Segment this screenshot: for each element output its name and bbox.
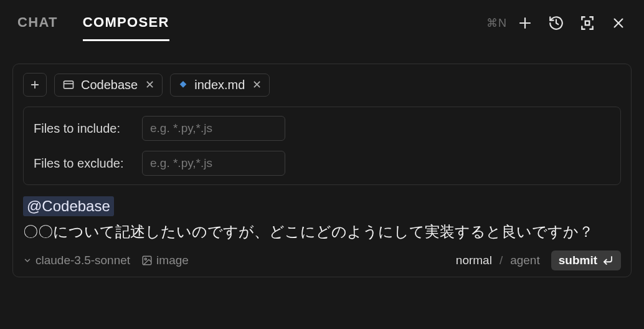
model-selector[interactable]: claude-3.5-sonnet: [23, 254, 130, 267]
include-row: Files to include:: [34, 116, 610, 141]
new-icon[interactable]: [517, 15, 533, 31]
frame-icon[interactable]: [579, 15, 595, 31]
chip-label: index.md: [194, 78, 245, 92]
composer-panel: Codebase ✕ index.md ✕ Files to include: …: [12, 64, 632, 277]
chip-label: Codebase: [81, 78, 138, 92]
chip-remove-icon[interactable]: ✕: [145, 78, 154, 92]
exclude-row: Files to exclude:: [34, 151, 610, 176]
submit-label: submit: [559, 254, 597, 267]
footer-left: claude-3.5-sonnet image: [23, 254, 189, 267]
enter-icon: [602, 255, 613, 266]
composer-footer: claude-3.5-sonnet image normal / agent s…: [23, 250, 621, 270]
mode-separator: /: [500, 254, 503, 267]
svg-rect-2: [585, 21, 590, 26]
chip-remove-icon[interactable]: ✕: [252, 78, 262, 92]
tab-strip: CHAT COMPOSER: [17, 9, 169, 41]
prompt-text[interactable]: 〇〇について記述したいのですが、どこにどのようにして実装すると良いですか？: [23, 220, 621, 243]
svg-point-10: [144, 258, 146, 260]
model-name: claude-3.5-sonnet: [36, 254, 130, 267]
include-input[interactable]: [142, 116, 285, 141]
svg-rect-7: [64, 81, 73, 88]
include-label: Files to include:: [34, 122, 133, 136]
submit-button[interactable]: submit: [551, 250, 621, 270]
image-icon: [141, 255, 153, 266]
chip-file[interactable]: index.md ✕: [170, 74, 270, 97]
image-attach-button[interactable]: image: [141, 254, 189, 267]
mode-agent[interactable]: agent: [510, 254, 540, 267]
close-icon[interactable]: [610, 15, 627, 31]
add-context-button[interactable]: [23, 73, 47, 97]
topbar-actions: ⌘N: [486, 15, 627, 35]
mention-codebase[interactable]: @Codebase: [23, 196, 114, 216]
image-label: image: [156, 254, 189, 267]
file-filter-box: Files to include: Files to exclude:: [23, 107, 621, 185]
history-icon[interactable]: [548, 15, 564, 31]
footer-right: normal / agent submit: [456, 250, 621, 270]
mode-normal[interactable]: normal: [456, 254, 492, 267]
tab-composer[interactable]: COMPOSER: [83, 14, 169, 41]
chip-codebase[interactable]: Codebase ✕: [54, 74, 163, 97]
context-chip-row: Codebase ✕ index.md ✕: [23, 73, 621, 97]
chevron-down-icon: [23, 256, 32, 265]
exclude-input[interactable]: [142, 151, 285, 176]
markdown-file-icon: [178, 79, 188, 91]
new-shortcut-label: ⌘N: [486, 16, 507, 30]
top-bar: CHAT COMPOSER ⌘N: [0, 0, 644, 41]
tab-chat[interactable]: CHAT: [17, 14, 58, 41]
codebase-icon: [62, 79, 75, 91]
prompt-area[interactable]: @Codebase 〇〇について記述したいのですが、どこにどのようにして実装する…: [23, 196, 621, 243]
exclude-label: Files to exclude:: [34, 156, 133, 171]
